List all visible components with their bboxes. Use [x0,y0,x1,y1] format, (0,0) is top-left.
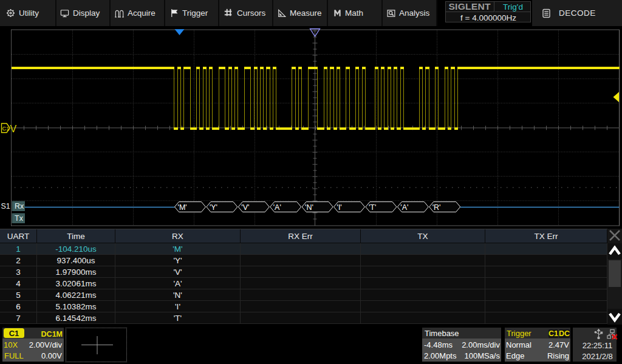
svg-text:'I': 'I' [337,203,342,212]
svg-text:'T': 'T' [369,203,376,212]
svg-text:'M': 'M' [178,203,187,212]
svg-text:'N': 'N' [305,203,313,212]
svg-text:V: V [10,124,17,134]
svg-text:'A': 'A' [273,203,281,212]
svg-text:'V': 'V' [241,203,249,212]
svg-text:'Y': 'Y' [210,203,217,212]
svg-text:C1: C1 [2,125,10,132]
svg-text:Tx: Tx [15,214,24,223]
svg-text:S1: S1 [1,202,10,211]
svg-text:'R': 'R' [432,203,441,212]
svg-text:'A': 'A' [400,203,408,212]
svg-text:Rx: Rx [15,202,24,211]
